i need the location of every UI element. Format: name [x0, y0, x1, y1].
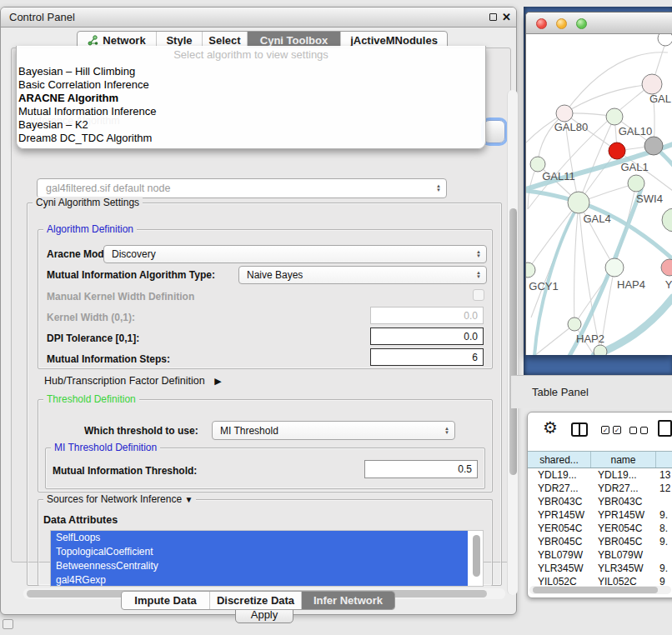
- network-window-titlebar[interactable]: [526, 12, 672, 34]
- control-panel-window: Control Panel ✕ Network Style Se: [0, 7, 517, 615]
- network-canvas[interactable]: GAL GAL80 GAL10 GAL1 GAL11 SWI4 GAL4 GCY…: [526, 34, 672, 355]
- node-label: GAL4: [583, 212, 610, 225]
- menu-item-bayesian-hill-climbing[interactable]: Bayesian – Hill Climbing: [17, 65, 485, 78]
- network-node[interactable]: [526, 262, 535, 278]
- network-node[interactable]: [594, 345, 607, 355]
- mi-steps-field[interactable]: 6: [370, 348, 484, 366]
- network-node[interactable]: [606, 108, 623, 125]
- data-attributes-list[interactable]: SelfLoops TopologicalCoefficient Between…: [50, 530, 484, 587]
- network-node[interactable]: [568, 318, 581, 331]
- data-attributes-label: Data Attributes: [43, 514, 118, 526]
- node-label: SWI4: [636, 192, 663, 205]
- network-node[interactable]: [642, 74, 662, 94]
- hub-definition-toggle[interactable]: Hub/Transcription Factor Definition ▶: [44, 375, 222, 387]
- stepper-icon: ▲▼: [476, 271, 481, 279]
- network-node[interactable]: [556, 105, 573, 122]
- tab-discretize-data[interactable]: Discretize Data: [209, 592, 301, 609]
- column-header-name[interactable]: name: [591, 452, 656, 468]
- table-row[interactable]: YLR345WYLR345W9.: [528, 562, 672, 575]
- network-node[interactable]: [662, 208, 672, 232]
- table-row[interactable]: YER054CYER054C8.: [528, 522, 672, 535]
- list-item[interactable]: BetweennessCentrality: [51, 559, 468, 573]
- network-table-combo[interactable]: gal4filtered.sif default node ▲▼: [37, 178, 447, 198]
- network-node[interactable]: [658, 34, 672, 46]
- screen: Control Panel ✕ Network Style Se: [0, 0, 672, 635]
- menu-item-bayesian-k2[interactable]: Bayesian – K2: [17, 118, 485, 132]
- float-window-icon[interactable]: [489, 13, 497, 21]
- list-item[interactable]: TopologicalCoefficient: [51, 545, 468, 559]
- control-panel-titlebar[interactable]: Control Panel ✕: [1, 8, 516, 28]
- network-node[interactable]: [609, 142, 625, 159]
- close-traffic-light-icon[interactable]: [536, 18, 547, 29]
- close-icon[interactable]: ✕: [502, 10, 511, 24]
- table-row[interactable]: YIL052CYIL052C9: [528, 575, 672, 586]
- list-scrollbar-thumb[interactable]: [473, 535, 480, 577]
- chevron-down-icon: ▼: [184, 495, 193, 504]
- threshold-definition-group: Threshold Definition Which threshold to …: [38, 399, 493, 492]
- table-panel-window: ⚙ ✓✓ shared... name YDL19...YDL19...13 Y…: [527, 412, 672, 598]
- mi-algorithm-type-combo[interactable]: Naive Bayes ▲▼: [238, 266, 487, 284]
- zoom-traffic-light-icon[interactable]: [576, 18, 587, 29]
- node-label: GAL11: [542, 170, 575, 182]
- sources-title[interactable]: Sources for Network Inference ▼: [43, 493, 196, 506]
- gear-icon[interactable]: ⚙: [543, 418, 558, 438]
- menu-item-dream8[interactable]: Dream8 DC_TDC Algorithm: [17, 132, 485, 145]
- settings-vertical-scrollbar[interactable]: [507, 90, 518, 595]
- node-label: GCY1: [529, 280, 558, 292]
- select-all-icon[interactable]: ✓✓: [601, 426, 621, 434]
- table-body: YDL19...YDL19...13 YDR27...YDR27...12 YB…: [528, 468, 672, 586]
- document-icon[interactable]: [658, 420, 672, 437]
- aracne-mode-combo[interactable]: Discovery ▲▼: [103, 245, 487, 263]
- list-item[interactable]: gal4RGexp: [51, 573, 468, 587]
- scrollbar-thumb[interactable]: [533, 587, 658, 593]
- network-node[interactable]: [568, 192, 589, 213]
- table-header: shared... name: [528, 451, 672, 468]
- network-view-window: GAL GAL80 GAL10 GAL1 GAL11 SWI4 GAL4 GCY…: [525, 12, 672, 355]
- stepper-icon: ▲▼: [444, 427, 449, 435]
- scrollbar-thumb[interactable]: [509, 208, 517, 475]
- sources-group: Sources for Network Inference ▼ Data Att…: [38, 499, 493, 586]
- table-horizontal-scrollbar[interactable]: [529, 586, 671, 594]
- bottom-tabstrip: Impute Data Discretize Data Infer Networ…: [121, 591, 395, 610]
- menu-item-basic-correlation[interactable]: Basic Correlation Inference: [17, 78, 485, 92]
- table-row[interactable]: YBR043CYBR043C: [528, 495, 672, 508]
- tab-impute-data[interactable]: Impute Data: [122, 592, 209, 609]
- deselect-all-icon[interactable]: [629, 427, 648, 434]
- network-node[interactable]: [661, 259, 672, 276]
- tab-network-label: Network: [103, 34, 145, 47]
- collapsed-panel-button[interactable]: [3, 619, 13, 629]
- manual-kernel-label: Manual Kernel Width Definition: [47, 291, 194, 302]
- dpi-tolerance-field[interactable]: 0.0: [370, 328, 484, 345]
- node-label: HAP4: [617, 278, 645, 291]
- dpi-tolerance-label: DPI Tolerance [0,1]:: [47, 332, 139, 344]
- kernel-width-field[interactable]: 0.0: [370, 307, 484, 324]
- algorithm-placeholder: Select algorithm to view settings: [17, 48, 485, 65]
- network-node[interactable]: [644, 137, 663, 155]
- tab-infer-network[interactable]: Infer Network: [301, 592, 394, 609]
- menu-item-mutual-information[interactable]: Mutual Information Inference: [17, 105, 485, 118]
- table-panel-title: Table Panel: [532, 386, 589, 398]
- table-row[interactable]: YDL19...YDL19...13: [528, 468, 672, 482]
- list-item[interactable]: SelfLoops: [51, 531, 468, 545]
- manual-kernel-checkbox[interactable]: [473, 289, 484, 301]
- cyni-algorithm-settings-group: Cyni Algorithm Settings Algorithm Defini…: [27, 202, 502, 586]
- column-header-cut[interactable]: [656, 452, 672, 468]
- algorithm-dropdown-popup: Select algorithm to view settings Bayesi…: [16, 46, 486, 149]
- which-threshold-combo[interactable]: MI Threshold ▲▼: [212, 421, 455, 440]
- help-button[interactable]: [484, 120, 505, 143]
- table-row[interactable]: YPR145WYPR145W9.: [528, 508, 672, 522]
- network-node[interactable]: [605, 258, 624, 277]
- columns-icon[interactable]: [571, 422, 588, 437]
- expand-arrow-icon: ▶: [214, 376, 221, 386]
- mi-threshold-field[interactable]: 0.5: [364, 460, 478, 478]
- stepper-icon: ▲▼: [476, 250, 481, 258]
- menu-item-aracne[interactable]: ARACNE Algorithm: [17, 92, 485, 105]
- table-row[interactable]: YDR27...YDR27...12: [528, 482, 672, 495]
- network-icon: [88, 35, 98, 46]
- node-label: GAL: [649, 92, 671, 105]
- network-node[interactable]: [628, 175, 644, 192]
- minimize-traffic-light-icon[interactable]: [556, 18, 567, 29]
- column-header-shared-name[interactable]: shared...: [528, 452, 591, 468]
- table-row[interactable]: YBL079WYBL079W: [528, 548, 672, 562]
- table-row[interactable]: YBR045CYBR045C9.: [528, 535, 672, 548]
